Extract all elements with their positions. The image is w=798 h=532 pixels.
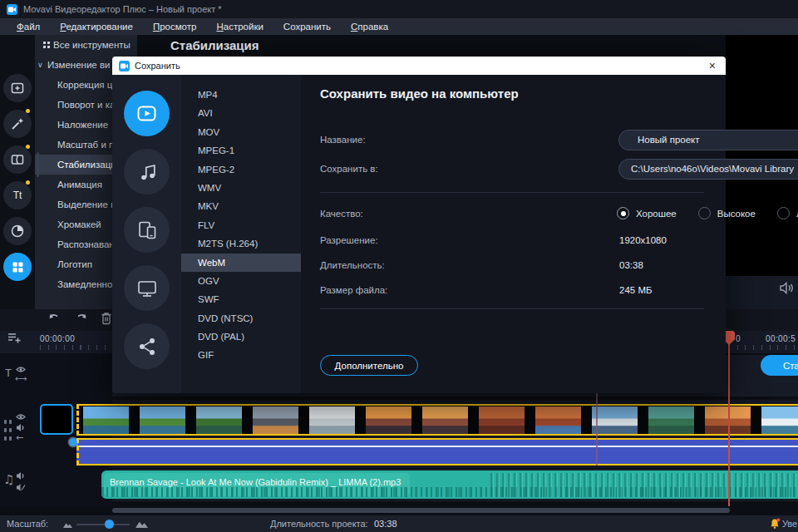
format-option-OGV[interactable]: OGV (181, 272, 301, 290)
menu-bar: ФайлРедактированиеПросмотрНастройкиСохра… (0, 18, 798, 35)
titles-button[interactable]: Tt (3, 181, 32, 209)
dialog-titlebar[interactable]: Сохранить × (112, 57, 726, 75)
format-option-AVI[interactable]: AVI (181, 104, 301, 122)
format-option-GIF[interactable]: GIF (181, 346, 301, 364)
close-icon[interactable]: × (709, 58, 716, 73)
menu-item-Файл[interactable]: Файл (7, 22, 50, 32)
ruler-timestamp: 00:00:00 (40, 334, 75, 343)
track-volume-icon[interactable] (16, 471, 26, 480)
add-track-icon[interactable] (7, 332, 22, 344)
format-option-MPEG-2[interactable]: MPEG-2 (181, 160, 301, 179)
save-path-input[interactable]: C:\Users\no46o\Videos\Movavi Library (618, 159, 798, 180)
resolution-value: 1920x1080 (619, 235, 667, 245)
category-video-button[interactable] (124, 91, 170, 136)
linked-audio-bar[interactable] (76, 438, 798, 466)
format-option-MOV[interactable]: MOV (181, 123, 301, 141)
category-devices-button[interactable] (124, 207, 170, 253)
track-link-icon[interactable]: ⟷ (15, 374, 27, 383)
app-window: Movavi Видеоредактор Плюс – Новый проект… (0, 0, 798, 532)
video-frame-thumbnail (479, 406, 525, 434)
playhead-line[interactable] (728, 343, 730, 506)
zoom-slider-track[interactable] (76, 524, 130, 525)
panel-title: Стабилизация (170, 38, 259, 52)
stickers-button[interactable] (3, 217, 32, 245)
audio-track-icon: ♫ (3, 472, 14, 487)
name-input[interactable]: Новый проект (618, 130, 798, 150)
badge-dot (26, 109, 30, 113)
radio-icon[interactable] (617, 207, 629, 219)
advanced-button[interactable]: Дополнительно (320, 355, 418, 376)
video-clip-filmstrip[interactable] (76, 404, 798, 436)
tools-panel-scrollbar[interactable] (37, 152, 39, 177)
redo-icon[interactable] (73, 313, 90, 326)
format-option-DVD (NTSC)[interactable]: DVD (NTSC) (181, 309, 301, 328)
video-frame-thumbnail (422, 406, 468, 434)
video-preview: Plus (726, 35, 798, 276)
format-option-FLV[interactable]: FLV (181, 216, 301, 234)
audio-clip[interactable]: Brennan Savage - Look At Me Now (Gabidul… (101, 470, 798, 499)
menu-item-Настройки[interactable]: Настройки (206, 22, 273, 32)
quality-option-Лучшее[interactable]: Лучшее (777, 207, 798, 219)
format-list: MP4AVIMOVMPEG-1MPEG-2WMVMKVFLVM2TS (H.26… (181, 75, 301, 393)
start-button[interactable]: Старт (761, 355, 798, 376)
keyframe-dot[interactable] (69, 438, 77, 446)
track-visibility-icon[interactable] (16, 413, 26, 421)
dialog-heading: Сохранить видео на компьютер (320, 86, 519, 101)
quality-option-Хорошее[interactable]: Хорошее (617, 207, 677, 219)
track-mute-icon[interactable] (16, 423, 26, 432)
format-option-WebM[interactable]: WebM (181, 254, 301, 272)
quality-radio-group: ХорошееВысокоеЛучшее (617, 207, 798, 219)
track-visibility-icon[interactable] (16, 366, 26, 373)
format-option-DVD (PAL)[interactable]: DVD (PAL) (181, 328, 301, 346)
category-tv-button[interactable] (124, 265, 170, 311)
quality-option-Высокое[interactable]: Высокое (698, 207, 756, 219)
import-button[interactable] (3, 74, 32, 102)
filters-button[interactable] (3, 110, 32, 138)
video-clip-selected-black[interactable] (40, 404, 73, 435)
duration-value: 03:38 (619, 260, 643, 270)
video-frame-thumbnail (366, 406, 411, 434)
zoom-slider-thumb[interactable] (105, 520, 114, 529)
tool-item[interactable]: Все инструменты (35, 35, 137, 55)
filesize-label: Размер файла: (320, 285, 387, 295)
ruler-timestamp: 00:00:5 (766, 334, 796, 343)
zoom-in-icon[interactable] (135, 520, 148, 528)
dialog-body: MP4AVIMOVMPEG-1MPEG-2WMVMKVFLVM2TS (H.26… (112, 75, 726, 393)
more-tools-button[interactable] (3, 253, 32, 281)
ruler-ticks (40, 345, 112, 350)
category-share-button[interactable] (124, 323, 170, 369)
category-audio-button[interactable] (124, 149, 170, 195)
radio-icon[interactable] (698, 207, 711, 219)
transitions-button[interactable] (3, 145, 32, 174)
format-option-MP4[interactable]: MP4 (181, 86, 301, 104)
menu-item-Просмотр[interactable]: Просмотр (143, 22, 207, 32)
track-sync-icon[interactable] (16, 483, 26, 492)
video-frame-thumbnail (535, 406, 581, 434)
resolution-label: Разрешение: (320, 235, 378, 245)
zoom-out-icon[interactable] (63, 522, 72, 528)
track-back-icon[interactable]: ← (16, 432, 23, 443)
menu-item-Сохранить[interactable]: Сохранить (273, 22, 341, 32)
timeline-horizontal-scrollbar[interactable] (112, 508, 730, 513)
format-option-WMV[interactable]: WMV (181, 179, 301, 197)
filesize-value: 245 МБ (619, 285, 653, 295)
video-track-icon (4, 420, 12, 441)
menu-item-Справка[interactable]: Справка (341, 22, 398, 32)
ruler-ticks (729, 345, 798, 350)
notifications-label[interactable]: Уве (782, 519, 797, 529)
menu-item-Редактирование[interactable]: Редактирование (50, 22, 143, 32)
notifications-bell-icon[interactable] (770, 518, 781, 530)
radio-icon[interactable] (777, 207, 790, 219)
format-option-SWF[interactable]: SWF (181, 290, 301, 308)
volume-line[interactable] (79, 446, 798, 447)
project-duration-label: Длительность проекта: (270, 519, 368, 529)
movavi-app-icon (7, 4, 17, 15)
volume-icon[interactable] (780, 282, 794, 294)
format-option-M2TS (H.264)[interactable]: M2TS (H.264) (181, 234, 301, 253)
format-option-MPEG-1[interactable]: MPEG-1 (181, 141, 301, 160)
delete-icon[interactable] (101, 312, 112, 326)
ruler-timestamp-partial: 0 (736, 334, 741, 343)
undo-icon[interactable] (46, 313, 62, 326)
sidebar: Tt (0, 35, 35, 309)
format-option-MKV[interactable]: MKV (181, 197, 301, 215)
